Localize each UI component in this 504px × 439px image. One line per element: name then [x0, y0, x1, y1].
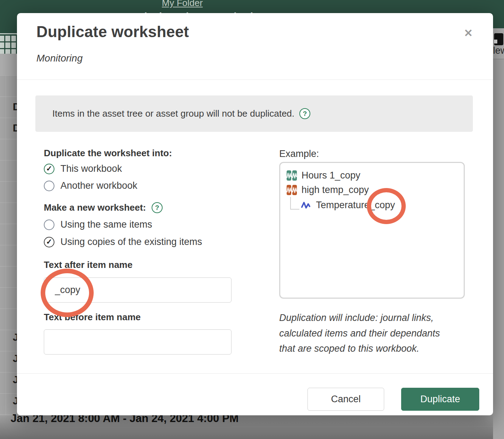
duplication-note: Duplication will include: journal links,… [279, 310, 458, 357]
radio-checked-icon: ✓ [44, 237, 54, 247]
notice-text: Items in the asset tree or asset group w… [52, 108, 294, 119]
suffix-input[interactable] [44, 277, 232, 303]
example-item-signal: Temperature_copy [301, 200, 395, 211]
signal-icon [301, 200, 312, 211]
background-toolbar-strip [0, 54, 17, 75]
header-bar-right [493, 0, 504, 28]
screen: My Folder Anomaly detection » Monitoring… [0, 0, 504, 439]
radio-label: Another workbook [60, 180, 137, 191]
background-bottom-strip: Jan 21, 2021 8:00 AM - Jan 24, 2021 4:00… [0, 415, 504, 439]
radio-label: This workbook [60, 163, 122, 174]
example-heading: Example: [279, 148, 319, 159]
example-item-condition: Hours 1_copy [286, 170, 361, 181]
suffix-field-label: Text after item name [44, 259, 133, 270]
column-divider [232, 415, 232, 427]
condition-icon-orange [286, 185, 297, 195]
duplicate-worksheet-dialog: ✕ Duplicate worksheet Monitoring Items i… [17, 13, 493, 415]
example-preview-box: Hours 1_copy high temp_copy Temperature_… [279, 162, 465, 299]
example-item-label: Hours 1_copy [301, 170, 361, 181]
prefix-field-label: Text before item name [44, 312, 141, 323]
worksheet-panel-partial-label: lew [493, 45, 504, 56]
tree-connector [290, 197, 299, 210]
prefix-input[interactable] [44, 329, 232, 355]
dialog-title: Duplicate worksheet [36, 23, 189, 41]
example-item-label: high temp_copy [301, 185, 369, 195]
cancel-button[interactable]: Cancel [307, 388, 384, 411]
header-divider [17, 80, 493, 80]
new-worksheet-heading: Make a new worksheet: [44, 202, 146, 213]
breadcrumb: Anomaly detection » Monitoring [106, 0, 290, 13]
worksheet-panel-partial: lew [493, 28, 504, 59]
radio-copies-of-items[interactable]: ✓ Using copies of the existing items [44, 236, 202, 247]
help-icon[interactable]: ? [299, 108, 310, 119]
duplicate-button[interactable]: Duplicate [401, 388, 479, 411]
footer-divider [17, 373, 493, 374]
radio-label: Using the same items [60, 219, 152, 230]
close-icon[interactable]: ✕ [461, 25, 476, 41]
radio-label: Using copies of the existing items [60, 236, 202, 247]
example-item-label: Temperature_copy [316, 200, 395, 211]
new-worksheet-heading-row: Make a new worksheet: ? [44, 202, 163, 213]
condition-icon-teal [286, 170, 297, 181]
destination-heading: Duplicate the worksheet into: [44, 148, 172, 159]
panel-divider [493, 59, 504, 59]
worksheet-icon [494, 33, 503, 45]
example-item-condition: high temp_copy [286, 185, 369, 195]
background-right-strip: lew [493, 0, 504, 439]
radio-same-items[interactable]: Using the same items [44, 219, 152, 230]
background-table-border [6, 75, 6, 439]
row-divider [232, 426, 504, 427]
radio-checked-icon: ✓ [44, 164, 54, 174]
dialog-subtitle: Monitoring [36, 53, 83, 64]
radio-this-workbook[interactable]: ✓ This workbook [44, 163, 122, 174]
notice-banner: Items in the asset tree or asset group w… [35, 95, 473, 132]
radio-unchecked-icon [44, 181, 54, 191]
radio-unchecked-icon [44, 220, 54, 230]
help-icon[interactable]: ? [152, 202, 163, 213]
radio-another-workbook[interactable]: Another workbook [44, 180, 137, 191]
